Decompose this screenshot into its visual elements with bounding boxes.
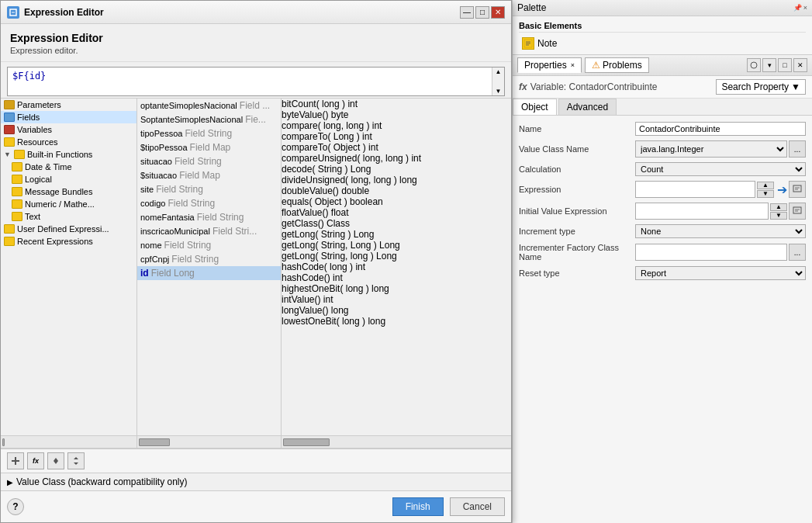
palette-pin-icon[interactable]: 📌 — [793, 4, 802, 12]
tree-item-resources[interactable]: Resources — [1, 136, 136, 148]
problems-tab[interactable]: ⚠ Problems — [585, 57, 649, 73]
help-button[interactable]: ? — [7, 498, 24, 515]
fn-item[interactable]: compareUnsigned( long, long ) int — [282, 153, 511, 164]
fn-item[interactable]: getLong( String, Long ) Long — [282, 240, 511, 251]
cancel-button[interactable]: Cancel — [450, 497, 505, 516]
fn-item[interactable]: hashCode( long ) int — [282, 262, 511, 272]
minimize-button[interactable]: — — [460, 6, 474, 19]
tree-item-userdefined[interactable]: User Defined Expressi... — [1, 223, 136, 235]
tree-item-logical[interactable]: Logical — [1, 173, 136, 185]
initial-value-edit-btn[interactable] — [789, 203, 806, 220]
field-item[interactable]: site Field String — [137, 182, 281, 196]
value-class-select[interactable]: java.lang.Integer — [635, 140, 787, 158]
field-item[interactable]: inscricaoMunicipal Field Stri... — [137, 224, 281, 238]
expand-icon: ▼ — [4, 151, 12, 158]
search-property-button[interactable]: Search Property ▼ — [716, 79, 806, 95]
expr-spin-up[interactable]: ▲ — [757, 182, 774, 189]
initial-value-input[interactable] — [635, 203, 769, 220]
fn-item[interactable]: highestOneBit( long ) long — [282, 283, 511, 294]
tree-item-variables[interactable]: Variables — [1, 123, 136, 136]
init-spin-up[interactable]: ▲ — [770, 203, 787, 211]
increment-type-select[interactable]: None — [635, 224, 806, 238]
expr-scroll-up[interactable]: ▲ — [493, 68, 503, 75]
hscroll-thumb-left[interactable] — [2, 438, 5, 446]
hscroll-thumb-right[interactable] — [283, 438, 330, 446]
expression-edit-btn[interactable] — [789, 181, 806, 198]
fn-item[interactable]: intValue() int — [282, 294, 511, 305]
field-item[interactable]: nomeFantasia Field String — [137, 210, 281, 224]
svg-rect-13 — [793, 185, 801, 192]
maximize-button[interactable]: □ — [475, 6, 489, 19]
expression-input[interactable]: $F{id} — [8, 68, 492, 95]
expr-spin-down[interactable]: ▼ — [757, 190, 774, 198]
props-toolbar-btn1[interactable] — [747, 58, 761, 72]
field-item[interactable]: codigo Field String — [137, 196, 281, 210]
close-button[interactable]: ✕ — [491, 6, 505, 19]
fn-item[interactable]: hashCode() int — [282, 272, 511, 283]
toolbar-btn-3[interactable] — [47, 452, 64, 469]
fn-item[interactable]: getLong( String, long ) Long — [282, 251, 511, 262]
fn-item[interactable]: byteValue() byte — [282, 109, 511, 120]
fn-item[interactable]: equals( Object ) boolean — [282, 196, 511, 207]
tree-item-numeric[interactable]: Numeric / Mathe... — [1, 198, 136, 210]
hscroll-thumb-mid[interactable] — [139, 438, 170, 446]
field-item-id[interactable]: id Field Long — [137, 266, 281, 280]
svg-point-12 — [751, 62, 757, 68]
field-item[interactable]: $tipoPessoa Field Map — [137, 140, 281, 154]
properties-tab[interactable]: Properties × — [517, 57, 582, 73]
folder-icon-blue — [4, 113, 15, 122]
svg-marker-5 — [54, 461, 58, 464]
fn-item[interactable]: lowestOneBit( long ) long — [282, 316, 511, 327]
var-title-bar: fx Variable: ContadorContribuinte Search… — [513, 76, 812, 99]
toolbar-btn-4[interactable] — [67, 452, 85, 469]
note-element[interactable]: Note — [519, 36, 806, 51]
props-toolbar-btn4[interactable]: ✕ — [793, 58, 807, 72]
fn-item[interactable]: floatValue() float — [282, 207, 511, 218]
fn-item[interactable]: decode( String ) Long — [282, 164, 511, 175]
field-item[interactable]: situacao Field String — [137, 154, 281, 168]
fn-item[interactable]: divideUnsigned( long, long ) long — [282, 175, 511, 185]
tab-advanced[interactable]: Advanced — [558, 99, 617, 115]
toolbar-btn-2[interactable]: fx — [27, 452, 44, 469]
tree-item-fields[interactable]: Fields — [1, 111, 136, 123]
fn-item[interactable]: bitCount( long ) int — [282, 99, 511, 109]
field-item[interactable]: cpfCnpj Field String — [137, 252, 281, 266]
expression-field[interactable] — [635, 181, 755, 198]
field-item[interactable]: $situacao Field Map — [137, 168, 281, 182]
toolbar-btn-1[interactable] — [7, 452, 24, 469]
incrementer-factory-input[interactable] — [635, 244, 787, 261]
vc-expand-icon[interactable]: ▶ — [7, 478, 13, 487]
field-item[interactable]: optanteSimoplesNacional Field ... — [137, 99, 281, 113]
calculation-select[interactable]: Count — [635, 162, 806, 176]
field-item[interactable]: SoptanteSimoplesNacional Fie... — [137, 113, 281, 126]
tree-item-builtin[interactable]: ▼ Built-in Functions — [1, 148, 136, 161]
tab-close-icon[interactable]: × — [571, 61, 575, 69]
expr-scroll-down[interactable]: ▼ — [493, 88, 503, 95]
init-spin-down[interactable]: ▼ — [770, 212, 787, 220]
tree-item-text[interactable]: Text — [1, 210, 136, 223]
field-item[interactable]: tipoPessoa Field String — [137, 126, 281, 140]
field-item[interactable]: nome Field String — [137, 238, 281, 252]
value-class-browse-btn[interactable]: ... — [789, 140, 806, 158]
fn-item[interactable]: compareTo( Object ) int — [282, 142, 511, 153]
reset-type-select[interactable]: Report — [635, 266, 806, 280]
prop-value-valueclassname: java.lang.Integer ... — [635, 140, 806, 158]
fn-item[interactable]: getLong( String ) Long — [282, 229, 511, 240]
fn-item[interactable]: compare( long, long ) int — [282, 120, 511, 131]
tree-item-msgbundles[interactable]: Message Bundles — [1, 185, 136, 198]
tab-object[interactable]: Object — [513, 99, 557, 115]
name-input[interactable] — [635, 122, 806, 136]
fn-item[interactable]: compareTo( Long ) int — [282, 131, 511, 142]
props-toolbar-btn2[interactable]: ▾ — [762, 58, 776, 72]
incrementer-factory-browse-btn[interactable]: ... — [789, 244, 806, 261]
tree-item-datetime[interactable]: Date & Time — [1, 161, 136, 173]
tree-item-recent[interactable]: Recent Expressions — [1, 235, 136, 248]
fn-item[interactable]: getClass() Class — [282, 218, 511, 229]
finish-button[interactable]: Finish — [392, 497, 444, 516]
fn-item[interactable]: longValue() long — [282, 305, 511, 316]
fn-item[interactable]: doubleValue() double — [282, 185, 511, 196]
folder-icon — [4, 100, 15, 109]
tree-item-parameters[interactable]: Parameters — [1, 99, 136, 111]
props-toolbar-btn3[interactable]: □ — [778, 58, 792, 72]
palette-close-icon[interactable]: × — [803, 4, 807, 12]
